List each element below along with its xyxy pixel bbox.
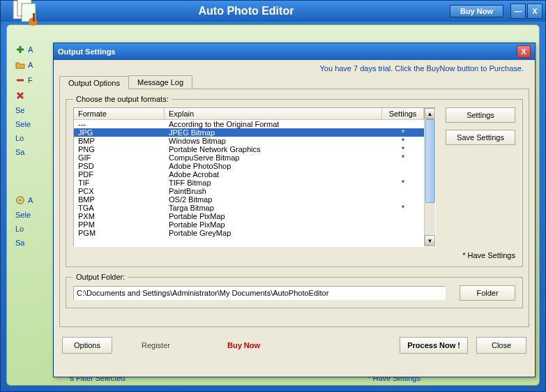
app-title: Auto Photo Editor [43,5,450,17]
scroll-thumb[interactable] [425,119,435,203]
tab-body: Choose the output formats: Formate Expla… [59,89,529,327]
close-window-button[interactable]: X [527,3,543,19]
settings-button[interactable]: Settings [446,107,515,123]
gear-icon [15,195,25,205]
sidebar: A A F Se Sele Lo Sa A Sele Lo Sa [15,39,57,252]
tabs: Output Options Message Log [59,75,529,89]
process-now-button[interactable]: Process Now ! [400,337,468,354]
scroll-down-button[interactable]: ▼ [425,235,435,246]
format-row[interactable]: PPMPortable PixMap [74,220,424,229]
save-settings-button[interactable]: Save Settings [446,130,515,145]
format-row[interactable]: ---According to the Original Format [74,120,424,128]
output-settings-dialog: Output Settings X You have 7 days trial.… [53,43,536,377]
sidebar-item-sa2[interactable]: Sa [15,239,57,247]
sidebar-item-lo2[interactable]: Lo [15,225,57,233]
sidebar-item-gear[interactable]: A [15,195,57,205]
header-formate[interactable]: Formate [74,108,165,119]
formats-listview[interactable]: Formate Explain Settings ---According to… [73,107,436,247]
format-row[interactable]: PGMPortable GreyMap [74,229,424,237]
header-settings[interactable]: Settings [382,108,424,119]
bottom-bar: Options Register Buy Now Process Now ! C… [54,331,535,359]
output-folder-fieldset: Output Folder: C:\Documents and Settings… [66,273,523,308]
titlebar: Auto Photo Editor Buy Now — X [1,1,545,22]
trial-message: You have 7 days trial. Click the BuyNow … [54,60,535,74]
format-row[interactable]: TGATarga Bitmap* [74,204,424,212]
sidebar-item-sele[interactable]: Sele [15,120,57,128]
svg-rect-4 [33,13,35,22]
svg-point-6 [19,199,22,202]
options-button[interactable]: Options [62,337,112,354]
list-header[interactable]: Formate Explain Settings [74,108,424,120]
sidebar-item-folder[interactable]: A [15,60,57,70]
buynow-button[interactable]: Buy Now [450,5,503,17]
folder-icon [15,60,25,70]
minus-icon [15,75,25,85]
sidebar-item-lo[interactable]: Lo [15,134,57,142]
tab-output-options[interactable]: Output Options [59,76,129,89]
sidebar-item-se[interactable]: Se [15,106,57,114]
tab-message-log[interactable]: Message Log [128,75,192,89]
sidebar-item-sele2[interactable]: Sele [15,211,57,219]
close-button[interactable]: Close [476,337,526,354]
sidebar-item-remove[interactable]: F [15,75,57,85]
plus-icon [15,45,25,54]
dialog-title: Output Settings [58,47,116,56]
format-row[interactable]: PXMPortable PixMap [74,212,424,220]
scrollbar[interactable]: ▲ ▼ [424,108,435,246]
sidebar-item-clear[interactable] [15,91,57,100]
sidebar-item-sa[interactable]: Sa [15,148,57,156]
format-row[interactable]: PNGPortable Network Graphics* [74,145,424,153]
dialog-titlebar: Output Settings X [54,43,535,60]
format-row[interactable]: PSDAdobe PhotoShop [74,162,424,170]
folder-button[interactable]: Folder [460,285,515,301]
have-settings-label: * Have Settings [73,251,515,259]
format-row[interactable]: PCXPaintBrush [74,187,424,195]
formats-fieldset: Choose the output formats: Formate Expla… [66,95,523,267]
format-row[interactable]: PDFAdobe Acrobat [74,170,424,179]
format-row[interactable]: GIFCompuServe Bitmap* [74,153,424,162]
header-explain[interactable]: Explain [165,108,382,119]
formats-legend: Choose the output formats: [73,95,172,103]
folder-input[interactable]: C:\Documents and Settings\Administrator\… [73,286,446,300]
format-row[interactable]: JPGJPEG Bitmap* [74,128,424,137]
format-row[interactable]: BMPWindows Bitmap* [74,137,424,145]
dialog-close-button[interactable]: X [517,45,531,58]
format-row[interactable]: BMPOS/2 Bitmap [74,195,424,204]
format-row[interactable]: TIFTIFF Bitmap* [74,179,424,187]
app-logo [9,0,43,30]
register-link[interactable]: Register [142,341,170,349]
scroll-up-button[interactable]: ▲ [425,108,435,119]
buynow-link[interactable]: Buy Now [227,341,260,349]
x-icon [15,91,25,100]
minimize-button[interactable]: — [510,3,526,19]
sidebar-item-add[interactable]: A [15,45,57,54]
folder-legend: Output Folder: [73,273,128,281]
